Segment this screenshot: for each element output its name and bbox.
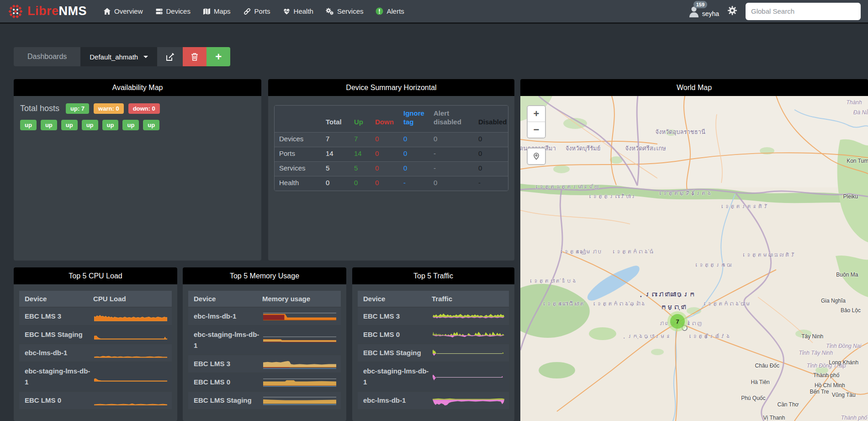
summary-value: 0 [474, 149, 508, 159]
summary-value: 0 [429, 135, 474, 144]
top5-row: EBC LMS 3 [358, 308, 509, 325]
host-badge[interactable]: up [82, 120, 98, 130]
top5-device-col-header: Device [188, 295, 262, 303]
device-link[interactable]: EBC LMS Staging [19, 329, 93, 340]
nav-item-label: Ports [254, 7, 270, 15]
map-locate-control [527, 148, 546, 165]
summary-value: - [474, 179, 508, 188]
summary-badge-up[interactable]: up: 7 [66, 103, 89, 114]
host-badge[interactable]: up [20, 120, 37, 130]
top5-row: ebc-staging-lms-db-1 [188, 326, 341, 354]
nav-item-label: Services [337, 7, 364, 15]
device-summary-title: Device Summary Horizontal [268, 79, 514, 96]
summary-row-label: Devices [275, 135, 321, 144]
nav-item-devices[interactable]: Devices [155, 7, 191, 15]
top5-row: EBC LMS 3 [19, 308, 172, 325]
device-link[interactable]: EBC LMS 0 [358, 329, 432, 340]
summary-value: 5 [349, 164, 370, 174]
device-link[interactable]: EBC LMS Staging [188, 395, 262, 406]
summary-row-label: Health [275, 179, 321, 188]
add-dashboard-button[interactable]: + [206, 47, 230, 66]
nav-item-health[interactable]: Health [283, 7, 313, 15]
device-link[interactable]: EBC LMS Staging [358, 347, 432, 358]
top5-row: EBC LMS 3 [188, 355, 341, 373]
nav-item-maps[interactable]: Maps [203, 7, 231, 15]
summary-value: - [429, 149, 474, 159]
availability-map-panel: Availability Map Total hosts up: 7warn: … [14, 79, 261, 261]
navbar-right: 159 seyha [688, 3, 861, 20]
top5-header-row: DeviceMemory usage [188, 291, 341, 307]
device-link[interactable]: ebc-staging-lms-db-1 [188, 329, 262, 351]
world-map-title: World Map [520, 79, 868, 96]
top5-row: EBC LMS 0 [358, 326, 509, 343]
alert-icon [376, 7, 383, 15]
top5-traffic-panel: Top 5 Traffic DeviceTrafficEBC LMS 3EBC … [352, 267, 514, 421]
device-link[interactable]: EBC LMS 0 [19, 395, 93, 406]
metric-sparkline [93, 348, 172, 358]
world-map[interactable]: จังหวัดนครราชสีมาจังหวัดบุรีรัมย์จังหวัด… [520, 96, 868, 421]
nav-item-label: Devices [166, 7, 191, 15]
device-link[interactable]: EBC LMS 3 [358, 311, 432, 322]
summary-col-header [275, 127, 321, 128]
host-badge[interactable]: up [122, 120, 139, 130]
device-link[interactable]: ebc-staging-lms-db-1 [19, 366, 93, 388]
nav-item-overview[interactable]: Overview [103, 7, 143, 15]
summary-badge-down[interactable]: down: 0 [128, 103, 160, 114]
map-zoom-control: + − [527, 105, 546, 139]
summary-col-header: Down [370, 118, 399, 128]
host-badge[interactable]: up [143, 120, 159, 130]
delete-dashboard-button[interactable] [183, 47, 206, 66]
host-badge[interactable]: up [61, 120, 78, 130]
user-menu[interactable]: 159 seyha [688, 5, 719, 18]
nav-item-ports[interactable]: Ports [243, 7, 270, 15]
metric-sparkline [93, 330, 172, 340]
locate-pin-icon[interactable] [528, 149, 545, 164]
zoom-out-button[interactable]: − [528, 122, 545, 138]
world-map-panel: World Map [520, 79, 868, 421]
metric-sparkline [93, 311, 172, 322]
summary-badge-warn[interactable]: warn: 0 [94, 103, 124, 114]
metric-sparkline [432, 330, 509, 340]
summary-value: - [429, 164, 474, 174]
device-link[interactable]: ebc-staging-lms-db-1 [358, 366, 432, 388]
dashboards-label: Dashboards [14, 47, 80, 66]
zoom-in-button[interactable]: + [528, 106, 545, 122]
dashboard-select[interactable]: Default_ahmath [80, 47, 157, 66]
summary-col-header: Ignore tag [399, 109, 429, 128]
metric-sparkline [262, 377, 341, 388]
global-search-input[interactable] [746, 3, 861, 20]
brand-logo[interactable]: LibreNMS [7, 3, 87, 20]
top5-row: ebc-lms-db-1 [188, 308, 341, 325]
settings-gear-icon[interactable] [727, 5, 737, 17]
edit-dashboard-button[interactable] [157, 47, 183, 66]
chevron-down-icon [143, 56, 148, 58]
summary-value: 5 [321, 164, 349, 174]
top5-metric-col-header: CPU Load [93, 295, 172, 303]
summary-value: 0 [474, 135, 508, 144]
link-icon [243, 8, 251, 15]
device-link[interactable]: ebc-lms-db-1 [358, 395, 432, 406]
nav-item-services[interactable]: Services [326, 7, 364, 15]
device-link[interactable]: EBC LMS 0 [188, 377, 262, 388]
summary-value: 0 [429, 179, 474, 188]
host-summary-badges: up: 7warn: 0down: 0 [66, 103, 160, 114]
host-badge[interactable]: up [102, 120, 119, 130]
device-link[interactable]: ebc-lms-db-1 [19, 347, 93, 358]
summary-value: 14 [321, 149, 349, 159]
metric-sparkline [262, 335, 341, 346]
brand-text: LibreNMS [27, 4, 87, 18]
top5-memory-panel: Top 5 Memory Usage DeviceMemory usageebc… [183, 267, 346, 421]
top5-device-col-header: Device [19, 295, 93, 303]
summary-value: 0 [399, 149, 429, 159]
host-badge[interactable]: up [41, 120, 57, 130]
device-cluster-marker[interactable]: 7 [667, 311, 688, 331]
top5-row: EBC LMS Staging [188, 392, 341, 409]
nav-item-alerts[interactable]: Alerts [376, 7, 404, 15]
metric-sparkline [432, 348, 509, 358]
metric-sparkline [432, 395, 509, 406]
device-link[interactable]: EBC LMS 3 [19, 311, 93, 322]
device-link[interactable]: ebc-lms-db-1 [188, 311, 262, 322]
summary-col-header: Alert disabled [429, 109, 474, 128]
top5-cpu-panel: Top 5 CPU Load DeviceCPU LoadEBC LMS 3EB… [14, 267, 177, 421]
device-link[interactable]: EBC LMS 3 [188, 358, 262, 369]
